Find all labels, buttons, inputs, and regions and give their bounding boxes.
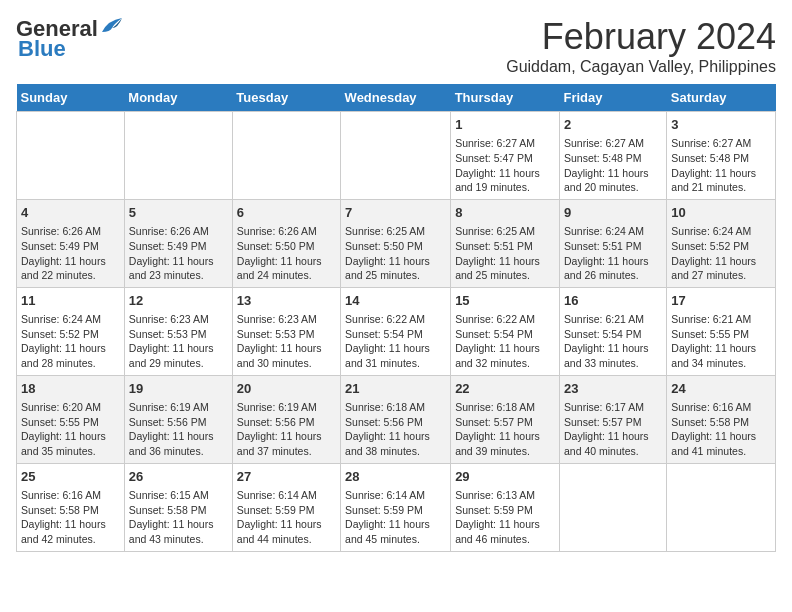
day-info: Sunrise: 6:24 AM Sunset: 5:51 PM Dayligh… bbox=[564, 224, 662, 283]
day-info: Sunrise: 6:24 AM Sunset: 5:52 PM Dayligh… bbox=[671, 224, 771, 283]
day-number: 6 bbox=[237, 204, 336, 222]
calendar-cell: 14Sunrise: 6:22 AM Sunset: 5:54 PM Dayli… bbox=[341, 287, 451, 375]
calendar-week-row: 18Sunrise: 6:20 AM Sunset: 5:55 PM Dayli… bbox=[17, 375, 776, 463]
day-number: 14 bbox=[345, 292, 446, 310]
day-info: Sunrise: 6:26 AM Sunset: 5:50 PM Dayligh… bbox=[237, 224, 336, 283]
day-number: 16 bbox=[564, 292, 662, 310]
day-number: 23 bbox=[564, 380, 662, 398]
day-number: 11 bbox=[21, 292, 120, 310]
calendar-cell: 24Sunrise: 6:16 AM Sunset: 5:58 PM Dayli… bbox=[667, 375, 776, 463]
calendar-cell: 9Sunrise: 6:24 AM Sunset: 5:51 PM Daylig… bbox=[559, 199, 666, 287]
day-info: Sunrise: 6:18 AM Sunset: 5:57 PM Dayligh… bbox=[455, 400, 555, 459]
day-number: 25 bbox=[21, 468, 120, 486]
day-number: 5 bbox=[129, 204, 228, 222]
calendar-cell: 8Sunrise: 6:25 AM Sunset: 5:51 PM Daylig… bbox=[451, 199, 560, 287]
day-info: Sunrise: 6:13 AM Sunset: 5:59 PM Dayligh… bbox=[455, 488, 555, 547]
day-info: Sunrise: 6:15 AM Sunset: 5:58 PM Dayligh… bbox=[129, 488, 228, 547]
calendar-cell bbox=[232, 112, 340, 200]
calendar-cell: 19Sunrise: 6:19 AM Sunset: 5:56 PM Dayli… bbox=[124, 375, 232, 463]
col-thursday: Thursday bbox=[451, 84, 560, 112]
calendar-cell bbox=[124, 112, 232, 200]
calendar-week-row: 11Sunrise: 6:24 AM Sunset: 5:52 PM Dayli… bbox=[17, 287, 776, 375]
day-info: Sunrise: 6:18 AM Sunset: 5:56 PM Dayligh… bbox=[345, 400, 446, 459]
calendar-cell: 28Sunrise: 6:14 AM Sunset: 5:59 PM Dayli… bbox=[341, 463, 451, 551]
calendar-cell: 6Sunrise: 6:26 AM Sunset: 5:50 PM Daylig… bbox=[232, 199, 340, 287]
day-info: Sunrise: 6:20 AM Sunset: 5:55 PM Dayligh… bbox=[21, 400, 120, 459]
day-number: 17 bbox=[671, 292, 771, 310]
day-info: Sunrise: 6:19 AM Sunset: 5:56 PM Dayligh… bbox=[129, 400, 228, 459]
calendar-week-row: 4Sunrise: 6:26 AM Sunset: 5:49 PM Daylig… bbox=[17, 199, 776, 287]
day-number: 27 bbox=[237, 468, 336, 486]
calendar-cell: 12Sunrise: 6:23 AM Sunset: 5:53 PM Dayli… bbox=[124, 287, 232, 375]
calendar-cell: 13Sunrise: 6:23 AM Sunset: 5:53 PM Dayli… bbox=[232, 287, 340, 375]
calendar-cell: 11Sunrise: 6:24 AM Sunset: 5:52 PM Dayli… bbox=[17, 287, 125, 375]
day-info: Sunrise: 6:21 AM Sunset: 5:55 PM Dayligh… bbox=[671, 312, 771, 371]
calendar-cell: 26Sunrise: 6:15 AM Sunset: 5:58 PM Dayli… bbox=[124, 463, 232, 551]
day-info: Sunrise: 6:26 AM Sunset: 5:49 PM Dayligh… bbox=[21, 224, 120, 283]
day-info: Sunrise: 6:16 AM Sunset: 5:58 PM Dayligh… bbox=[21, 488, 120, 547]
day-info: Sunrise: 6:27 AM Sunset: 5:48 PM Dayligh… bbox=[671, 136, 771, 195]
day-info: Sunrise: 6:25 AM Sunset: 5:51 PM Dayligh… bbox=[455, 224, 555, 283]
day-info: Sunrise: 6:27 AM Sunset: 5:48 PM Dayligh… bbox=[564, 136, 662, 195]
logo: General Blue bbox=[16, 16, 122, 62]
day-number: 28 bbox=[345, 468, 446, 486]
day-number: 13 bbox=[237, 292, 336, 310]
day-number: 3 bbox=[671, 116, 771, 134]
day-number: 15 bbox=[455, 292, 555, 310]
calendar-cell: 2Sunrise: 6:27 AM Sunset: 5:48 PM Daylig… bbox=[559, 112, 666, 200]
day-info: Sunrise: 6:23 AM Sunset: 5:53 PM Dayligh… bbox=[237, 312, 336, 371]
calendar-cell: 7Sunrise: 6:25 AM Sunset: 5:50 PM Daylig… bbox=[341, 199, 451, 287]
calendar-title: February 2024 bbox=[506, 16, 776, 58]
day-info: Sunrise: 6:22 AM Sunset: 5:54 PM Dayligh… bbox=[455, 312, 555, 371]
calendar-cell: 22Sunrise: 6:18 AM Sunset: 5:57 PM Dayli… bbox=[451, 375, 560, 463]
day-info: Sunrise: 6:21 AM Sunset: 5:54 PM Dayligh… bbox=[564, 312, 662, 371]
day-number: 22 bbox=[455, 380, 555, 398]
day-number: 12 bbox=[129, 292, 228, 310]
day-number: 21 bbox=[345, 380, 446, 398]
calendar-cell: 15Sunrise: 6:22 AM Sunset: 5:54 PM Dayli… bbox=[451, 287, 560, 375]
logo-bird-icon bbox=[100, 18, 122, 36]
calendar-header-row: Sunday Monday Tuesday Wednesday Thursday… bbox=[17, 84, 776, 112]
calendar-cell: 16Sunrise: 6:21 AM Sunset: 5:54 PM Dayli… bbox=[559, 287, 666, 375]
title-section: February 2024 Guiddam, Cagayan Valley, P… bbox=[506, 16, 776, 76]
col-monday: Monday bbox=[124, 84, 232, 112]
day-number: 26 bbox=[129, 468, 228, 486]
calendar-cell: 1Sunrise: 6:27 AM Sunset: 5:47 PM Daylig… bbox=[451, 112, 560, 200]
day-number: 8 bbox=[455, 204, 555, 222]
day-number: 1 bbox=[455, 116, 555, 134]
day-number: 10 bbox=[671, 204, 771, 222]
day-number: 20 bbox=[237, 380, 336, 398]
day-info: Sunrise: 6:25 AM Sunset: 5:50 PM Dayligh… bbox=[345, 224, 446, 283]
day-number: 29 bbox=[455, 468, 555, 486]
day-number: 19 bbox=[129, 380, 228, 398]
day-info: Sunrise: 6:14 AM Sunset: 5:59 PM Dayligh… bbox=[237, 488, 336, 547]
col-wednesday: Wednesday bbox=[341, 84, 451, 112]
day-number: 9 bbox=[564, 204, 662, 222]
day-info: Sunrise: 6:26 AM Sunset: 5:49 PM Dayligh… bbox=[129, 224, 228, 283]
day-info: Sunrise: 6:16 AM Sunset: 5:58 PM Dayligh… bbox=[671, 400, 771, 459]
calendar-cell bbox=[17, 112, 125, 200]
calendar-cell: 5Sunrise: 6:26 AM Sunset: 5:49 PM Daylig… bbox=[124, 199, 232, 287]
calendar-cell bbox=[341, 112, 451, 200]
calendar-cell bbox=[559, 463, 666, 551]
calendar-cell: 4Sunrise: 6:26 AM Sunset: 5:49 PM Daylig… bbox=[17, 199, 125, 287]
page-header: General Blue February 2024 Guiddam, Caga… bbox=[16, 16, 776, 76]
day-info: Sunrise: 6:17 AM Sunset: 5:57 PM Dayligh… bbox=[564, 400, 662, 459]
col-friday: Friday bbox=[559, 84, 666, 112]
calendar-cell: 27Sunrise: 6:14 AM Sunset: 5:59 PM Dayli… bbox=[232, 463, 340, 551]
calendar-subtitle: Guiddam, Cagayan Valley, Philippines bbox=[506, 58, 776, 76]
day-info: Sunrise: 6:23 AM Sunset: 5:53 PM Dayligh… bbox=[129, 312, 228, 371]
day-info: Sunrise: 6:27 AM Sunset: 5:47 PM Dayligh… bbox=[455, 136, 555, 195]
calendar-cell: 3Sunrise: 6:27 AM Sunset: 5:48 PM Daylig… bbox=[667, 112, 776, 200]
calendar-cell: 20Sunrise: 6:19 AM Sunset: 5:56 PM Dayli… bbox=[232, 375, 340, 463]
day-info: Sunrise: 6:24 AM Sunset: 5:52 PM Dayligh… bbox=[21, 312, 120, 371]
calendar-cell: 17Sunrise: 6:21 AM Sunset: 5:55 PM Dayli… bbox=[667, 287, 776, 375]
calendar-table: Sunday Monday Tuesday Wednesday Thursday… bbox=[16, 84, 776, 552]
day-info: Sunrise: 6:19 AM Sunset: 5:56 PM Dayligh… bbox=[237, 400, 336, 459]
calendar-cell: 18Sunrise: 6:20 AM Sunset: 5:55 PM Dayli… bbox=[17, 375, 125, 463]
day-info: Sunrise: 6:14 AM Sunset: 5:59 PM Dayligh… bbox=[345, 488, 446, 547]
day-info: Sunrise: 6:22 AM Sunset: 5:54 PM Dayligh… bbox=[345, 312, 446, 371]
calendar-cell bbox=[667, 463, 776, 551]
day-number: 18 bbox=[21, 380, 120, 398]
logo-blue: Blue bbox=[18, 36, 66, 62]
